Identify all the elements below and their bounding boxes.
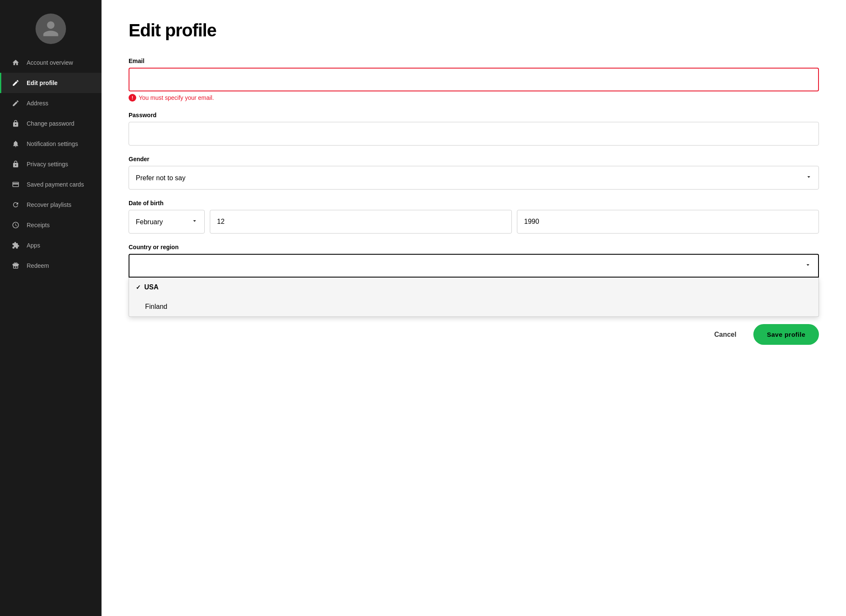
dob-year-wrapper: [517, 210, 819, 234]
country-trigger[interactable]: [129, 254, 819, 278]
sidebar-item-recover-playlists[interactable]: Recover playlists: [0, 195, 102, 215]
country-section: Country or region ✓ USA Finland: [129, 244, 819, 278]
form-footer: Cancel Save profile: [129, 321, 819, 345]
sidebar-item-saved-payment-cards[interactable]: Saved payment cards: [0, 174, 102, 195]
country-dropdown: ✓ USA Finland: [129, 278, 819, 317]
bell-icon: [11, 140, 20, 148]
page-title: Edit profile: [129, 20, 819, 41]
sidebar-item-apps[interactable]: Apps: [0, 235, 102, 256]
sidebar-item-redeem[interactable]: Redeem: [0, 256, 102, 276]
sidebar-item-notification-settings[interactable]: Notification settings: [0, 134, 102, 154]
gender-section: Gender Prefer not to say Male Female Non…: [129, 156, 819, 190]
sidebar-item-change-password[interactable]: Change password: [0, 113, 102, 134]
cancel-button[interactable]: Cancel: [707, 327, 743, 342]
refresh-icon: [11, 201, 20, 209]
puzzle-icon: [11, 241, 20, 250]
country-option-usa-label: USA: [144, 283, 159, 291]
country-option-finland[interactable]: Finland: [129, 297, 819, 316]
country-option-finland-label: Finland: [136, 303, 167, 311]
user-avatar-icon: [41, 19, 60, 38]
gift-icon: [11, 261, 20, 270]
email-error-message: ! You must specify your email.: [129, 94, 819, 102]
gender-select-wrapper: Prefer not to say Male Female Non-binary…: [129, 166, 819, 190]
sidebar-item-edit-profile[interactable]: Edit profile: [0, 73, 102, 93]
sidebar-label-address: Address: [27, 100, 48, 107]
gender-select[interactable]: Prefer not to say Male Female Non-binary…: [129, 166, 819, 190]
email-error-text: You must specify your email.: [139, 94, 214, 101]
home-icon: [11, 58, 20, 67]
lock-icon: [11, 119, 20, 128]
sidebar-item-receipts[interactable]: Receipts: [0, 215, 102, 235]
error-icon: !: [129, 94, 136, 102]
sidebar-label-recover-playlists: Recover playlists: [27, 201, 71, 208]
main-content: Edit profile Email ! You must specify yo…: [102, 0, 846, 616]
sidebar-label-redeem: Redeem: [27, 262, 49, 269]
country-chevron-icon: [805, 261, 811, 270]
receipt-icon: [11, 221, 20, 229]
gender-label: Gender: [129, 156, 819, 162]
email-label: Email: [129, 58, 819, 64]
dob-section: Date of birth January February March Apr…: [129, 200, 819, 234]
sidebar: Account overview Edit profile Address Ch…: [0, 0, 102, 616]
sidebar-label-apps: Apps: [27, 242, 40, 249]
sidebar-label-saved-payment-cards: Saved payment cards: [27, 181, 84, 188]
sidebar-item-privacy-settings[interactable]: Privacy settings: [0, 154, 102, 174]
dob-row: January February March April May June Ju…: [129, 210, 819, 234]
sidebar-label-receipts: Receipts: [27, 222, 49, 228]
avatar: [36, 14, 66, 44]
dob-year-input[interactable]: [517, 210, 819, 234]
sidebar-label-notification-settings: Notification settings: [27, 140, 78, 147]
pencil-icon: [11, 79, 20, 87]
dob-month-wrapper: January February March April May June Ju…: [129, 210, 205, 234]
check-icon: ✓: [136, 284, 141, 291]
email-input[interactable]: [129, 68, 819, 91]
dob-month-select[interactable]: January February March April May June Ju…: [129, 210, 205, 234]
sidebar-navigation: Account overview Edit profile Address Ch…: [0, 52, 102, 276]
password-label: Password: [129, 112, 819, 118]
sidebar-item-account-overview[interactable]: Account overview: [0, 52, 102, 73]
card-icon: [11, 180, 20, 189]
sidebar-label-privacy-settings: Privacy settings: [27, 161, 68, 168]
save-profile-button[interactable]: Save profile: [753, 324, 819, 345]
sidebar-label-edit-profile: Edit profile: [27, 80, 58, 86]
sidebar-label-change-password: Change password: [27, 120, 74, 127]
sidebar-label-account-overview: Account overview: [27, 59, 73, 66]
password-input[interactable]: [129, 122, 819, 146]
password-section: Password: [129, 112, 819, 146]
dob-day-input[interactable]: [210, 210, 512, 234]
country-option-usa[interactable]: ✓ USA: [129, 278, 819, 297]
dob-day-wrapper: [210, 210, 512, 234]
privacy-lock-icon: [11, 160, 20, 168]
sidebar-item-address[interactable]: Address: [0, 93, 102, 113]
email-section: Email ! You must specify your email.: [129, 58, 819, 102]
avatar-container: [0, 0, 102, 52]
address-icon: [11, 99, 20, 107]
dob-label: Date of birth: [129, 200, 819, 206]
country-label: Country or region: [129, 244, 819, 250]
